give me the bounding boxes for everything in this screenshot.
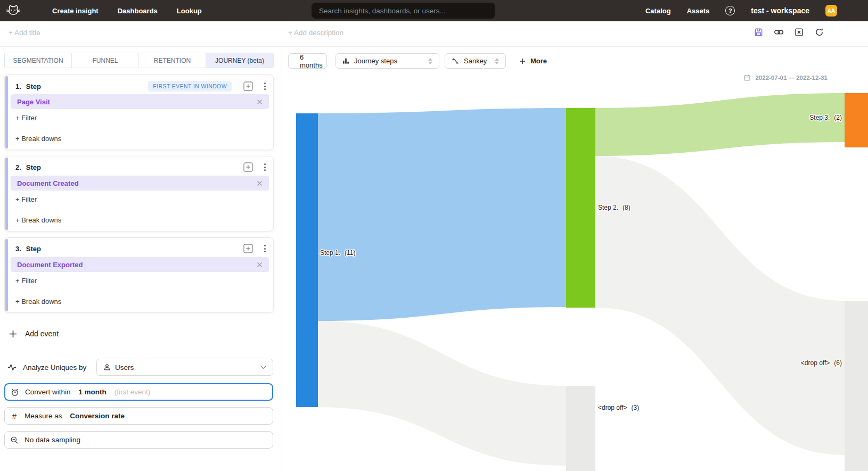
convert-value: 1 month bbox=[78, 388, 107, 396]
first-event-badge: FIRST EVENT IN WINDOW bbox=[148, 81, 232, 92]
step-title: Step bbox=[26, 245, 41, 253]
date-range-button-label: 6 months bbox=[300, 53, 323, 69]
node-label-step2: Step 2.(8) bbox=[598, 204, 630, 211]
top-navbar: Create insight Dashboards Lookup Catalog… bbox=[0, 0, 868, 21]
add-event-to-step-icon[interactable] bbox=[243, 162, 253, 172]
tab-journey[interactable]: JOURNEY (beta) bbox=[206, 53, 273, 68]
data-sampling-setting[interactable]: No data sampling bbox=[4, 431, 273, 449]
chart-type-value: Sankey bbox=[464, 57, 487, 65]
user-icon bbox=[103, 363, 111, 371]
step-card-header: 1. Step FIRST EVENT IN WINDOW bbox=[5, 75, 273, 92]
remove-event-icon[interactable] bbox=[257, 262, 263, 268]
select-sorter-icon bbox=[495, 58, 499, 64]
select-sorter-icon bbox=[428, 58, 432, 64]
more-label: More bbox=[530, 57, 547, 65]
add-breakdown-link[interactable]: + Break downs bbox=[15, 135, 61, 143]
navbar-left: Create insight Dashboards Lookup bbox=[0, 4, 202, 18]
step-menu-icon[interactable] bbox=[264, 245, 266, 252]
step-card-2: 2. Step Document Created + Filter + Brea… bbox=[4, 156, 274, 232]
nav-create-insight[interactable]: Create insight bbox=[52, 7, 99, 15]
help-icon[interactable]: ? bbox=[725, 6, 735, 15]
event-pill[interactable]: Page Visit bbox=[11, 94, 269, 109]
step-card-header: 2. Step bbox=[5, 156, 273, 172]
copy-link-icon[interactable] bbox=[774, 28, 783, 37]
add-filter-link[interactable]: + Filter bbox=[15, 277, 37, 285]
measure-prefix: Measure as bbox=[24, 412, 64, 420]
node-label-dropoff-mid: <drop off>(3) bbox=[598, 404, 639, 411]
insight-header-bar: + Add title + Add description bbox=[0, 21, 868, 47]
add-breakdown-link[interactable]: + Break downs bbox=[15, 298, 61, 305]
step-number: 2. bbox=[15, 163, 21, 171]
step-menu-icon[interactable] bbox=[264, 82, 266, 90]
measure-as-setting[interactable]: # Measure as Conversion rate bbox=[4, 407, 273, 425]
navbar-right: Catalog Assets ? test - workspace AA bbox=[645, 0, 837, 21]
plus-icon bbox=[519, 58, 526, 64]
add-event-label: Add event bbox=[25, 329, 59, 338]
nav-catalog[interactable]: Catalog bbox=[645, 7, 671, 15]
add-title-field[interactable]: + Add title bbox=[9, 29, 40, 37]
add-breakdown-link[interactable]: + Break downs bbox=[15, 216, 61, 224]
event-pill[interactable]: Document Created bbox=[11, 176, 269, 191]
bar-chart-icon bbox=[342, 57, 349, 64]
save-icon[interactable] bbox=[754, 28, 763, 37]
metric-select[interactable]: Journey steps bbox=[335, 53, 439, 69]
hash-icon: # bbox=[10, 411, 19, 420]
node-step1[interactable] bbox=[296, 113, 318, 407]
chart-type-select[interactable]: Sankey bbox=[445, 53, 506, 69]
add-event-button[interactable]: Add event bbox=[9, 326, 59, 342]
add-filter-link[interactable]: + Filter bbox=[15, 195, 37, 203]
chevron-down-icon bbox=[260, 366, 266, 369]
add-filter-link[interactable]: + Filter bbox=[15, 114, 37, 122]
insight-type-tabs: SEGMENTATION FUNNEL RETENTION JOURNEY (b… bbox=[4, 53, 274, 68]
waveform-icon bbox=[7, 363, 17, 371]
node-dropoff-right[interactable] bbox=[845, 301, 868, 471]
refresh-icon[interactable] bbox=[815, 28, 824, 37]
tab-funnel[interactable]: FUNNEL bbox=[72, 53, 139, 68]
workspace-name[interactable]: test - workspace bbox=[751, 6, 809, 15]
analyze-row: Analyze Uniques by Users bbox=[7, 359, 273, 376]
metric-select-value: Journey steps bbox=[354, 57, 397, 65]
step-card-accent bbox=[5, 76, 8, 148]
event-name: Document Exported bbox=[17, 261, 83, 269]
cat-logo[interactable] bbox=[4, 4, 22, 18]
nav-lookup[interactable]: Lookup bbox=[177, 7, 202, 15]
add-event-to-step-icon[interactable] bbox=[243, 81, 253, 91]
convert-within-setting[interactable]: Convert within 1 month (first event) bbox=[4, 383, 273, 401]
sankey-icon bbox=[452, 57, 459, 64]
node-label-step3: Step 3.(2) bbox=[809, 114, 842, 121]
flow-step1-dropoff[interactable] bbox=[318, 321, 566, 466]
add-description-field[interactable]: + Add description bbox=[288, 29, 343, 37]
analyze-by-value: Users bbox=[115, 363, 134, 371]
search-input[interactable] bbox=[312, 3, 495, 19]
nav-assets[interactable]: Assets bbox=[687, 7, 710, 15]
flow-step2-step3[interactable] bbox=[595, 93, 845, 156]
flow-step1-step2[interactable] bbox=[318, 108, 566, 321]
remove-event-icon[interactable] bbox=[257, 180, 263, 186]
alarm-clock-icon bbox=[11, 388, 19, 396]
remove-event-icon[interactable] bbox=[257, 99, 263, 105]
add-event-to-step-icon[interactable] bbox=[243, 244, 253, 253]
convert-prefix: Convert within bbox=[25, 388, 72, 396]
node-step3[interactable] bbox=[845, 93, 868, 147]
analyze-label: Analyze Uniques by bbox=[23, 363, 86, 371]
nav-dashboards[interactable]: Dashboards bbox=[118, 7, 158, 15]
more-options-button[interactable]: More bbox=[519, 53, 547, 69]
event-pill[interactable]: Document Exported bbox=[11, 257, 269, 272]
analyze-by-select[interactable]: Users bbox=[96, 359, 273, 376]
clear-insight-icon[interactable] bbox=[795, 28, 804, 37]
node-dropoff-mid[interactable] bbox=[566, 386, 595, 471]
avatar[interactable]: AA bbox=[825, 5, 837, 16]
chart-area: 6 months Journey steps Sankey bbox=[282, 47, 868, 471]
convert-hint: (first event) bbox=[114, 388, 151, 396]
tab-retention[interactable]: RETENTION bbox=[139, 53, 206, 68]
query-builder-panel: SEGMENTATION FUNNEL RETENTION JOURNEY (b… bbox=[0, 47, 282, 471]
step-number: 3. bbox=[15, 245, 21, 253]
node-label-step1: Step 1.(11) bbox=[320, 249, 355, 257]
event-name: Document Created bbox=[17, 179, 79, 187]
node-step2[interactable] bbox=[566, 108, 595, 308]
date-range-button[interactable]: 6 months bbox=[288, 53, 327, 69]
step-menu-icon[interactable] bbox=[264, 163, 266, 171]
tab-segmentation[interactable]: SEGMENTATION bbox=[5, 53, 72, 68]
sampling-label: No data sampling bbox=[24, 436, 80, 444]
header-actions bbox=[754, 28, 824, 37]
